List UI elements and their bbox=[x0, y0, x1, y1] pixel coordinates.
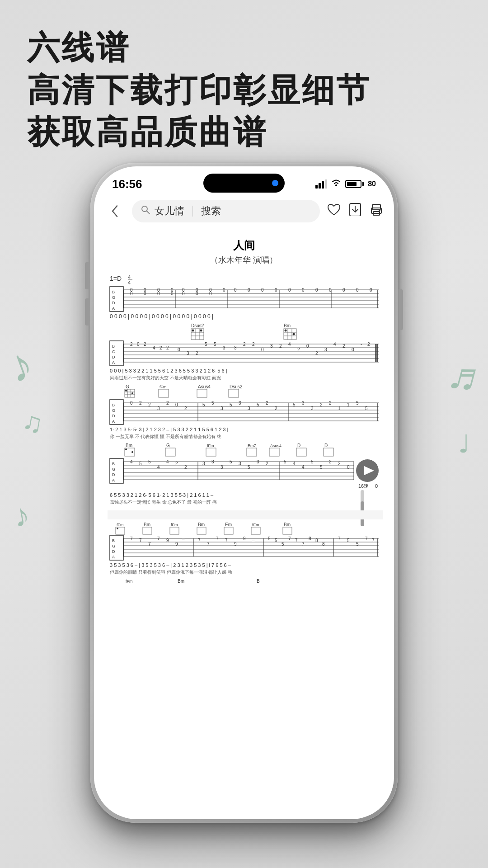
svg-text:2: 2 bbox=[329, 401, 332, 406]
svg-text:3: 3 bbox=[239, 461, 241, 466]
svg-text:5: 5 bbox=[257, 402, 259, 407]
svg-rect-236 bbox=[108, 510, 383, 519]
svg-text:5: 5 bbox=[139, 461, 142, 466]
svg-text:4: 4 bbox=[128, 280, 131, 285]
svg-text:孤独尽头不一定惆怅  奇生 命  总免不了  最 初的一阵 : 孤独尽头不一定惆怅 奇生 命 总免不了 最 初的一阵 痛 bbox=[110, 500, 217, 505]
svg-text:Bm: Bm bbox=[126, 443, 132, 448]
svg-text:G: G bbox=[126, 384, 129, 389]
svg-text:2: 2 bbox=[320, 402, 323, 407]
svg-text:2: 2 bbox=[184, 406, 187, 411]
favorite-icon[interactable] bbox=[327, 203, 341, 220]
svg-text:fFm: fFm bbox=[126, 579, 133, 584]
svg-text:4: 4 bbox=[333, 342, 336, 347]
battery-indicator bbox=[345, 180, 364, 188]
svg-text:0: 0 bbox=[234, 288, 237, 292]
svg-text:B: B bbox=[112, 462, 115, 466]
back-button[interactable] bbox=[105, 201, 125, 221]
svg-text:3: 3 bbox=[234, 345, 237, 350]
svg-point-64 bbox=[200, 330, 202, 332]
svg-text:4: 4 bbox=[293, 461, 296, 466]
svg-text:Bm: Bm bbox=[284, 522, 291, 527]
download-icon[interactable] bbox=[349, 203, 361, 220]
svg-rect-249 bbox=[251, 527, 260, 534]
svg-text:Em: Em bbox=[225, 522, 232, 527]
svg-text:2: 2 bbox=[196, 351, 198, 356]
svg-text:2: 2 bbox=[266, 461, 268, 466]
svg-text:fFm: fFm bbox=[117, 523, 124, 527]
svg-rect-247 bbox=[224, 527, 233, 534]
svg-text:0: 0 bbox=[315, 288, 318, 292]
svg-text:2: 2 bbox=[279, 344, 282, 349]
svg-text:风雨过后不一定有美好的天空  不是天晴就会有彩虹    而况: 风雨过后不一定有美好的天空 不是天晴就会有彩虹 而况 bbox=[110, 375, 221, 380]
volume-up-button bbox=[85, 262, 89, 289]
svg-text:0: 0 bbox=[130, 291, 133, 296]
svg-text:2: 2 bbox=[252, 342, 255, 347]
svg-text:D: D bbox=[324, 443, 328, 448]
svg-text:3: 3 bbox=[324, 347, 327, 352]
svg-text:2: 2 bbox=[315, 351, 318, 356]
svg-text:8: 8 bbox=[315, 538, 318, 543]
svg-text:2: 2 bbox=[160, 345, 162, 350]
svg-text:5: 5 bbox=[284, 459, 286, 464]
svg-text:2: 2 bbox=[367, 342, 370, 347]
search-bar[interactable]: 女儿情 搜索 bbox=[132, 200, 320, 222]
title-area: 六线谱 高清下载打印彰显细节 获取高品质曲谱 bbox=[27, 27, 461, 186]
svg-text:–: – bbox=[252, 538, 255, 543]
svg-text:D: D bbox=[112, 301, 115, 305]
signal-bars bbox=[315, 179, 327, 189]
search-button[interactable]: 搜索 bbox=[201, 204, 221, 218]
svg-text:B: B bbox=[112, 403, 115, 407]
svg-text:0: 0 bbox=[347, 465, 350, 470]
svg-rect-245 bbox=[197, 527, 206, 534]
svg-text:Dsus2: Dsus2 bbox=[230, 384, 243, 389]
svg-text:Asus4: Asus4 bbox=[270, 443, 282, 448]
svg-text:4: 4 bbox=[288, 342, 291, 347]
svg-text:0: 0 bbox=[209, 291, 212, 296]
svg-text:1=D: 1=D bbox=[110, 275, 122, 282]
svg-point-63 bbox=[192, 330, 194, 332]
svg-text:D: D bbox=[112, 549, 115, 554]
svg-text:3: 3 bbox=[221, 465, 223, 470]
svg-text:5: 5 bbox=[293, 402, 296, 407]
phone-inner-frame: 16:56 bbox=[94, 166, 394, 819]
title-line2: 高清下载打印彰显细节 bbox=[27, 70, 461, 112]
svg-text:A: A bbox=[112, 306, 115, 311]
signal-bar-3 bbox=[322, 181, 324, 189]
svg-text:4: 4 bbox=[130, 459, 133, 464]
svg-text:9: 9 bbox=[234, 542, 237, 547]
svg-text:1·  2 1 3 5· 5· 3 | 2 1 2 3 2 : 1· 2 1 3 5· 5· 3 | 2 1 2 3 2 – | 5 3 3 2… bbox=[110, 427, 228, 432]
svg-text:0: 0 bbox=[144, 291, 146, 296]
svg-text:0: 0 bbox=[171, 291, 174, 296]
svg-text:2: 2 bbox=[139, 401, 142, 406]
svg-text:4: 4 bbox=[128, 274, 131, 280]
svg-text:2: 2 bbox=[175, 461, 178, 466]
svg-text:6 5 5 3 3 2 1 2 6· 5 6 1·  2 1: 6 5 5 3 3 2 1 2 6· 5 6 1· 2 1 3 5 5·3 | … bbox=[110, 492, 214, 498]
print-icon[interactable] bbox=[370, 203, 383, 220]
svg-text:5: 5 bbox=[275, 538, 277, 543]
island-camera-dot bbox=[272, 180, 278, 186]
svg-text:3: 3 bbox=[257, 459, 259, 464]
svg-text:3: 3 bbox=[157, 406, 160, 411]
signal-bar-2 bbox=[319, 183, 321, 189]
svg-text:0: 0 bbox=[157, 291, 160, 296]
svg-text:4: 4 bbox=[302, 465, 305, 470]
svg-text:0: 0 bbox=[130, 401, 133, 406]
svg-text:0: 0 bbox=[306, 344, 309, 349]
svg-rect-243 bbox=[170, 527, 179, 534]
svg-text:9: 9 bbox=[175, 542, 178, 547]
svg-text:5: 5 bbox=[248, 465, 250, 470]
phone-screen: 16:56 bbox=[94, 166, 394, 819]
svg-text:G: G bbox=[112, 467, 115, 472]
status-bar: 16:56 bbox=[94, 166, 394, 193]
svg-text:7: 7 bbox=[148, 542, 151, 547]
signal-bar-1 bbox=[315, 185, 318, 189]
svg-text:2: 2 bbox=[266, 401, 268, 406]
svg-text:D: D bbox=[112, 472, 115, 477]
battery-text: 80 bbox=[368, 180, 376, 188]
svg-text:0: 0 bbox=[356, 288, 359, 292]
svg-text:0: 0 bbox=[175, 402, 178, 407]
svg-text:B: B bbox=[257, 579, 260, 584]
svg-text:0: 0 bbox=[261, 288, 264, 292]
svg-text:5: 5 bbox=[356, 401, 359, 406]
song-subtitle: （水木年华 演唱） bbox=[108, 255, 380, 265]
